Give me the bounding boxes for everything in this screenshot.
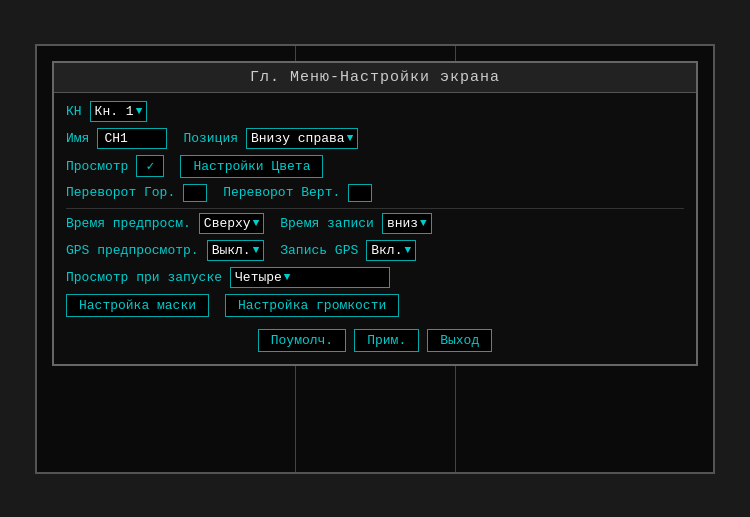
- flip-row: Переворот Гор. Переворот Верт.: [66, 184, 684, 202]
- name-input[interactable]: [97, 128, 167, 149]
- startup-preview-label: Просмотр при запуске: [66, 270, 222, 285]
- kn-label: КН: [66, 104, 82, 119]
- mask-volume-row: Настройка маски Настройка громкости: [66, 294, 684, 317]
- preview-time-arrow: ▼: [253, 217, 260, 229]
- gps-record-arrow: ▼: [404, 244, 411, 256]
- preview-color-row: Просмотр ✓ Настройки Цвета: [66, 155, 684, 178]
- name-position-row: Имя Позиция Внизу справа ▼: [66, 128, 684, 149]
- startup-preview-dropdown[interactable]: Четыре ▼: [230, 267, 390, 288]
- default-button[interactable]: Поумолч.: [258, 329, 346, 352]
- preview-checkmark: ✓: [147, 158, 155, 174]
- dialog-title: Гл. Меню-Настройки экрана: [54, 63, 696, 93]
- flip-vert-label: Переворот Верт.: [223, 185, 340, 200]
- flip-vert-checkbox[interactable]: [348, 184, 372, 202]
- preview-time-label: Время предпросм.: [66, 216, 191, 231]
- position-dropdown[interactable]: Внизу справа ▼: [246, 128, 358, 149]
- kn-dropdown-arrow: ▼: [136, 105, 143, 117]
- preview-label: Просмотр: [66, 159, 128, 174]
- gps-record-dropdown[interactable]: Вкл. ▼: [366, 240, 416, 261]
- preview-time-dropdown[interactable]: Сверху ▼: [199, 213, 264, 234]
- kn-dropdown[interactable]: Кн. 1 ▼: [90, 101, 148, 122]
- record-time-arrow: ▼: [420, 217, 427, 229]
- apply-button[interactable]: Прим.: [354, 329, 419, 352]
- kn-row: КН Кн. 1 ▼: [66, 101, 684, 122]
- name-label: Имя: [66, 131, 89, 146]
- color-settings-button[interactable]: Настройки Цвета: [180, 155, 323, 178]
- position-dropdown-arrow: ▼: [347, 132, 354, 144]
- gps-row: GPS предпросмотр. Выкл. ▼ Запись GPS Вкл…: [66, 240, 684, 261]
- flip-hor-checkbox[interactable]: [183, 184, 207, 202]
- time-row: Время предпросм. Сверху ▼ Время записи в…: [66, 213, 684, 234]
- preview-checkbox[interactable]: ✓: [136, 155, 164, 177]
- position-label: Позиция: [183, 131, 238, 146]
- gps-preview-dropdown[interactable]: Выкл. ▼: [207, 240, 265, 261]
- record-time-label: Время записи: [280, 216, 374, 231]
- gps-preview-label: GPS предпросмотр.: [66, 243, 199, 258]
- gps-preview-arrow: ▼: [253, 244, 260, 256]
- exit-button[interactable]: Выход: [427, 329, 492, 352]
- gps-record-label: Запись GPS: [280, 243, 358, 258]
- startup-row: Просмотр при запуске Четыре ▼: [66, 267, 684, 288]
- flip-hor-label: Переворот Гор.: [66, 185, 175, 200]
- record-time-dropdown[interactable]: вниз ▼: [382, 213, 432, 234]
- mask-settings-button[interactable]: Настройка маски: [66, 294, 209, 317]
- action-buttons-row: Поумолч. Прим. Выход: [66, 329, 684, 352]
- volume-settings-button[interactable]: Настройка громкости: [225, 294, 399, 317]
- startup-preview-arrow: ▼: [284, 271, 291, 283]
